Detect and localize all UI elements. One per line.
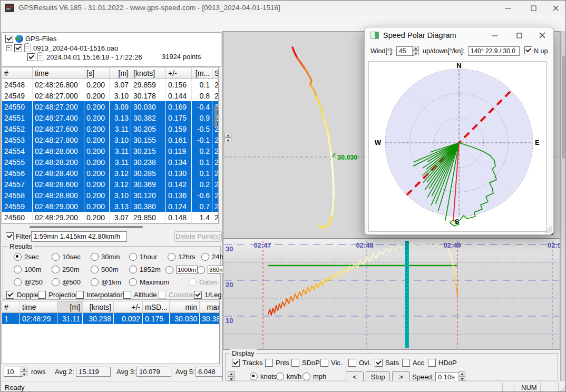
radio-mph[interactable]: mph [302,373,326,380]
checkbox-glyph[interactable] [194,291,202,299]
radio-2sec[interactable]: 2sec [14,253,38,261]
checkbox-glyph[interactable] [402,359,410,367]
speed-polar-window[interactable]: Speed Polar Diagram Wind[°]: 45 up/down[… [364,27,554,235]
checkbox-interpolation[interactable]: Interpolation [76,291,124,299]
checkbox-glyph[interactable] [291,359,299,367]
checkbox-glyph[interactable] [6,291,14,299]
radio-knots[interactable]: knots [250,373,277,380]
rows-spinner[interactable] [21,367,27,376]
column-header[interactable]: [m... [192,67,212,79]
tree-checkbox[interactable] [14,44,22,52]
checkbox-glyph[interactable] [348,359,356,367]
table-row[interactable]: 2455602:48:28.4000.2003.1230.2850.1300.1… [2,168,219,179]
checkbox-glyph[interactable] [375,359,383,367]
table-row[interactable]: 2455502:48:28.2000.2003.1130.2380.1340.1… [2,156,219,168]
table-row[interactable]: 2455102:48:27.4000.2003.1330.3820.1750.9… [2,112,219,123]
column-header[interactable]: time [20,301,57,313]
table-row[interactable]: 2455402:48:28.0000.2003.1130.2150.1190.2… [2,145,219,156]
speed-time-chart[interactable]: 30201002:4702:4802:4902:5 [223,239,560,350]
column-header[interactable]: # [2,67,33,79]
filters-input[interactable]: 1:59min 1.415km 42.80km/h [31,231,127,242]
radio-glyph[interactable] [14,266,22,273]
radio-10sec[interactable]: 10sec [52,253,81,261]
checkbox-glyph[interactable] [320,359,328,367]
checkbox-glyph[interactable] [428,359,436,367]
radio-glyph[interactable] [129,266,137,273]
radio-glyph[interactable] [250,373,258,380]
radio-glyph[interactable] [165,266,173,274]
column-header[interactable]: [knots] [131,67,166,79]
radio-glyph[interactable] [302,373,310,380]
table-row[interactable]: 2454902:48:27.0000.2003.1030.1780.1440.8… [2,90,219,101]
map-spinner[interactable] [225,133,231,142]
checkbox-sats[interactable]: Sats [375,359,399,367]
radio-glyph[interactable] [91,253,99,261]
radio-glyph[interactable] [52,253,60,261]
radio-100m[interactable]: 100m [14,266,42,273]
radio-12hrs[interactable]: 12hrs [168,253,196,261]
column-header[interactable]: time [33,67,84,79]
table-row[interactable]: 2455902:48:29.0000.2003.1330.3800.1240.7… [2,201,219,212]
wind-spinner[interactable] [412,46,419,55]
radio-km-h[interactable]: km/h [276,373,301,380]
radio-glyph[interactable] [52,266,60,273]
radio--1km[interactable]: @1km [91,278,121,286]
checkbox-glyph[interactable] [76,291,84,299]
checkbox-ovl-[interactable]: Ovl. [348,359,371,367]
column-header[interactable]: [m] [57,301,83,313]
radio-glyph[interactable] [14,253,22,261]
checkbox-acc[interactable]: Acc [402,359,424,367]
tree-item-gps-files[interactable]: GPS-Files [5,34,56,43]
radio-250m[interactable]: 250m [52,266,80,273]
tree-item-session[interactable]: 2024.04.01 15:16:18 - 17:22:26 [27,53,142,61]
checkbox-pnts[interactable]: Pnts [265,359,289,367]
table-row[interactable]: 2456002:48:29.2000.2003.0729.8500.1481.4… [2,212,219,223]
map-vscrollbar-thumb[interactable] [562,56,565,159]
rows-input[interactable]: 10 [4,367,23,377]
checkbox-constrain[interactable]: Constrain [158,291,198,299]
checkbox-sdop[interactable]: SDoP [291,359,320,367]
radio-glyph[interactable] [197,266,205,274]
checkbox-glyph[interactable] [123,291,131,299]
tree-checkbox[interactable] [5,35,13,43]
filters-checkbox[interactable] [6,232,14,240]
updown-input[interactable]: 140° 22.9 / 30.0 [468,46,520,56]
radio-gates[interactable]: Gates [189,278,218,286]
column-header[interactable]: min [170,301,200,313]
radio-glyph[interactable] [129,278,137,286]
checkbox-glyph[interactable] [38,291,46,299]
radio-glyph[interactable] [201,253,209,261]
collapse-icon[interactable] [6,45,12,51]
track-table-hscrollbar[interactable] [2,224,218,230]
option-input[interactable]: 1000m [176,266,198,274]
table-row[interactable]: 2455702:48:28.6000.2003.1230.3690.1420.2… [2,179,219,190]
column-header[interactable]: [s] [84,67,110,79]
checkbox-glyph[interactable] [232,359,240,367]
checkbox-tracks[interactable]: Tracks [232,359,263,367]
polar-maximize-button[interactable] [511,28,527,42]
close-button[interactable] [544,1,566,15]
speed-spinner[interactable] [458,371,465,381]
checkbox-projection[interactable]: Projection [38,291,79,299]
radio-30min[interactable]: 30min [91,253,120,261]
table-row[interactable]: 2455302:48:27.8000.2003.1030.1550.161-0.… [2,134,219,145]
radio-glyph[interactable] [129,253,137,261]
polar-plot[interactable]: NSWE [368,61,547,232]
radio-500m[interactable]: 500m [91,266,119,273]
table-row[interactable]: 2455202:48:27.6000.2003.1130.2050.159-0.… [2,123,219,134]
radio-glyph[interactable] [91,266,99,273]
checkbox-glyph[interactable] [158,291,166,299]
radio-glyph[interactable] [91,278,99,286]
minimize-button[interactable] [497,1,519,15]
tree-checkbox[interactable] [27,53,35,61]
table-row[interactable]: 2455002:48:27.2000.2003.0930.0300.169-0.… [2,101,219,112]
column-header[interactable]: +/- [166,67,192,79]
radio-glyph[interactable] [168,253,175,261]
maximize-button[interactable] [522,1,544,15]
polar-close-button[interactable] [534,28,550,42]
checkbox-1-leg[interactable]: 1/Leg [194,291,222,299]
radio--500[interactable]: @500 [52,278,81,286]
table-row[interactable]: 2455802:48:28.8000.2003.1030.1200.136-0.… [2,190,219,201]
column-header[interactable]: [m] [110,67,131,79]
radio-1hour[interactable]: 1hour [129,253,157,261]
